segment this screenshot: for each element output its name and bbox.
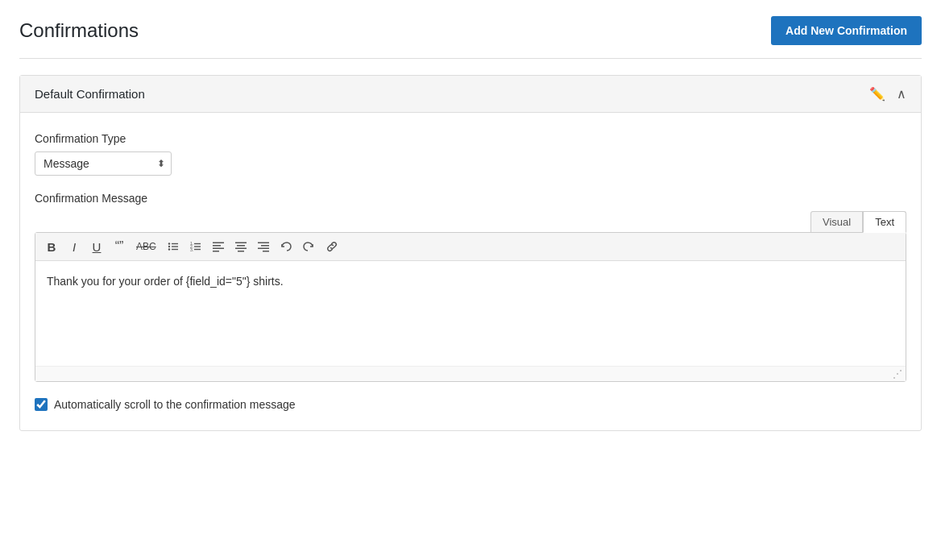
svg-rect-9 [194, 246, 201, 247]
svg-text:3.: 3. [190, 247, 193, 252]
svg-rect-21 [261, 245, 269, 247]
confirmation-message-label: Confirmation Message [35, 192, 906, 205]
toolbar-link-button[interactable] [321, 238, 342, 255]
toolbar-blockquote-button[interactable]: “” [110, 238, 129, 255]
confirmation-type-select-wrapper: Message Page Redirect ⬍ [35, 151, 172, 176]
toolbar-bold-button[interactable]: B [42, 239, 61, 255]
auto-scroll-checkbox[interactable] [35, 398, 48, 411]
confirmation-card-header: Default Confirmation ✏️ ∧ [20, 76, 921, 113]
editor-content-area[interactable]: Thank you for your order of {field_id="5… [35, 261, 906, 366]
toolbar-align-right-button[interactable] [254, 239, 273, 255]
svg-rect-22 [258, 248, 269, 250]
svg-rect-18 [235, 248, 247, 250]
svg-rect-17 [237, 245, 245, 247]
tab-visual[interactable]: Visual [810, 211, 863, 232]
confirmation-type-group: Confirmation Type Message Page Redirect … [35, 132, 906, 176]
svg-rect-3 [172, 246, 178, 247]
confirmation-card: Default Confirmation ✏️ ∧ Confirmation T… [19, 75, 922, 431]
toolbar-italic-button[interactable]: I [64, 239, 84, 255]
editor-tabs: Visual Text [35, 211, 906, 232]
toolbar-strikethrough-button[interactable]: ABC [132, 239, 160, 254]
add-new-confirmation-button[interactable]: Add New Confirmation [771, 16, 922, 45]
svg-point-0 [168, 243, 169, 244]
confirmation-type-label: Confirmation Type [35, 132, 906, 145]
svg-point-2 [168, 246, 169, 247]
svg-rect-15 [213, 251, 219, 252]
confirmation-message-group: Confirmation Message Visual Text B I U “… [35, 192, 906, 382]
svg-point-4 [168, 248, 169, 250]
svg-rect-1 [172, 243, 178, 244]
svg-rect-13 [213, 245, 221, 247]
svg-rect-23 [263, 251, 269, 252]
svg-rect-19 [238, 251, 244, 252]
toolbar-underline-button[interactable]: U [87, 239, 106, 255]
svg-rect-14 [213, 248, 224, 250]
confirmation-card-body: Confirmation Type Message Page Redirect … [20, 113, 921, 430]
tab-text[interactable]: Text [863, 211, 906, 233]
toolbar-undo-button[interactable] [276, 239, 296, 255]
edit-icon[interactable]: ✏️ [869, 88, 885, 101]
svg-rect-20 [258, 243, 269, 244]
collapse-icon[interactable]: ∧ [897, 88, 906, 101]
editor-resize-handle[interactable]: ⋰ [35, 366, 906, 381]
toolbar-align-left-button[interactable] [209, 239, 228, 255]
auto-scroll-row: Automatically scroll to the confirmation… [35, 398, 906, 411]
svg-rect-12 [213, 243, 224, 244]
svg-rect-16 [235, 243, 247, 244]
svg-rect-7 [194, 243, 201, 244]
header-icons: ✏️ ∧ [869, 88, 906, 101]
confirmation-type-select[interactable]: Message Page Redirect [35, 151, 172, 176]
editor-toolbar: B I U “” ABC 1.2.3. [35, 233, 906, 261]
toolbar-align-center-button[interactable] [231, 239, 251, 255]
confirmation-card-title: Default Confirmation [35, 87, 145, 101]
page-header: Confirmations Add New Confirmation [19, 16, 922, 59]
svg-rect-11 [194, 249, 201, 250]
toolbar-redo-button[interactable] [299, 239, 318, 255]
editor-container: B I U “” ABC 1.2.3. [35, 232, 906, 382]
svg-rect-5 [172, 249, 178, 250]
page-title: Confirmations [19, 19, 139, 42]
auto-scroll-label[interactable]: Automatically scroll to the confirmation… [54, 398, 296, 411]
toolbar-ordered-list-button[interactable]: 1.2.3. [186, 239, 205, 255]
toolbar-unordered-list-button[interactable] [164, 239, 183, 255]
